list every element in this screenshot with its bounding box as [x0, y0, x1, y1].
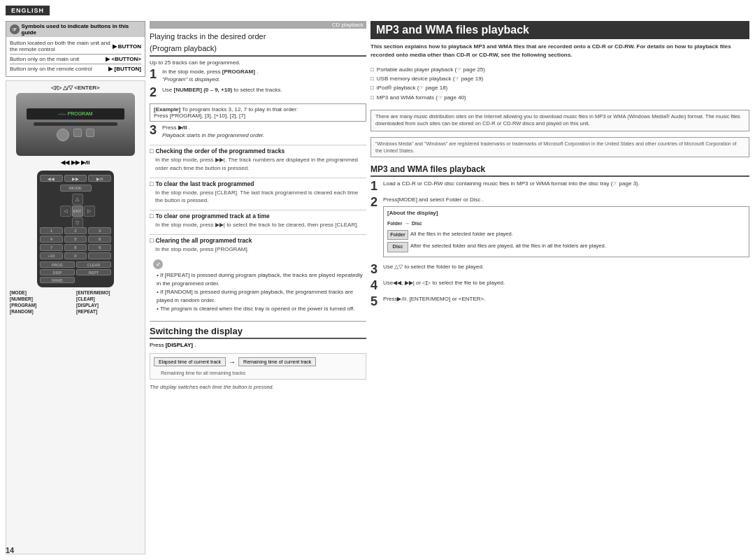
- mp3-bullet-4: MP3 and WMA formats (☞ page 40): [371, 94, 749, 101]
- remote-num-plus10[interactable]: +10: [40, 252, 63, 259]
- english-banner: ENGLISH: [6, 6, 50, 15]
- symbol-row-3: Button only on the remote control ▶ [BUT…: [10, 66, 141, 72]
- section-title-program: Playing tracks in the desired order (Pro…: [150, 30, 366, 57]
- button-stop[interactable]: [86, 129, 94, 137]
- main-unit: --:-- PROGRAM: [16, 93, 135, 156]
- remote-dpad: △ ◁ ENT ▷ ▽: [60, 194, 92, 225]
- transport-labels: ◀◀ ▶▶ ▶/II: [61, 159, 89, 166]
- label-number: [NUMBER]: [10, 296, 75, 301]
- note-3: • The program is cleared when the disc t…: [157, 305, 366, 313]
- remote-num-9[interactable]: 9: [88, 244, 111, 251]
- step-2: 2 Use [NUMBER] (0 – 9, +10) to select th…: [150, 86, 366, 99]
- step-1: 1 In the stop mode, press [PROGRAM] . "P…: [150, 68, 366, 83]
- remote-left-btn[interactable]: ◁: [60, 206, 71, 217]
- remote-btn-1[interactable]: ◀◀: [40, 175, 63, 182]
- remote-repeat-btn[interactable]: REPT: [76, 269, 111, 275]
- volume-knob[interactable]: [57, 129, 69, 141]
- about-display-box: [About the display] Folder → Disc Folder…: [383, 206, 749, 257]
- remote-btn-2[interactable]: ▶▶: [64, 175, 87, 182]
- device-labels-top: ◁/▷ △/▽ <ENTER>: [51, 85, 99, 91]
- mp3-step-1: 1 Load a CD-R or CD-RW disc containing m…: [371, 180, 749, 192]
- fd-folder-text: All the files in the selected folder are…: [410, 230, 513, 238]
- cd-playback-header: CD playback: [150, 21, 366, 29]
- remote-num-7[interactable]: 7: [40, 244, 63, 251]
- step-1-period: .: [257, 69, 258, 75]
- mp3-step-2-num: 2: [371, 196, 380, 208]
- sym-value-1: ▶ BUTTON: [113, 43, 141, 50]
- mp3-bullet-2: USB memory device playback (☞ page 19): [371, 75, 749, 82]
- step-2-text2: to select the tracks.: [234, 87, 282, 93]
- step-3-period: .: [189, 124, 190, 131]
- mp3-step-1-num: 1: [371, 180, 380, 192]
- remote-num-5[interactable]: 5: [64, 236, 87, 243]
- about-display-title: [About the display]: [387, 209, 745, 217]
- remote-num-4[interactable]: 4: [40, 236, 63, 243]
- remote-up-btn[interactable]: △: [72, 194, 83, 205]
- label-clear: [CLEAR]: [76, 296, 141, 301]
- symbol-row-2: Button only on the main unit ▶ <BUTTON>: [10, 56, 141, 62]
- mp3-step-4-content: Use◀◀, ▶▶| or ◁▷ to select the file to b…: [383, 279, 749, 287]
- step-3-key: ▶/II: [178, 124, 187, 131]
- note-icon: ✓: [153, 259, 163, 269]
- button-play[interactable]: [73, 129, 82, 137]
- diag-arrow-right: →: [229, 358, 236, 366]
- step-1-text: In the stop mode, press: [162, 69, 221, 75]
- example-label: [Example]: [154, 106, 180, 113]
- middle-column: CD playback Playing tracks in the desire…: [150, 21, 366, 554]
- remote-top-buttons: ◀◀ ▶▶ ▶/II: [40, 175, 111, 182]
- remote-btn-3[interactable]: ▶/II: [88, 175, 111, 182]
- diag-label-2: Remaining time of current track: [238, 357, 316, 366]
- label-mode: [MODE]: [10, 290, 75, 295]
- subsection-clear-all-body: In the stop mode, press [PROGRAM].: [150, 245, 366, 253]
- label-program: [PROGRAM]: [10, 303, 75, 308]
- remote-num-0[interactable]: 0: [64, 252, 87, 259]
- label-display: [DISPLAY]: [76, 303, 141, 308]
- remote-enter-btn[interactable]: ENT: [72, 206, 83, 217]
- mp3-step-4-num: 4: [371, 279, 380, 292]
- remote-right-btn[interactable]: ▷: [84, 206, 95, 217]
- program-intro: Up to 25 tracks can be programmed.: [150, 59, 366, 66]
- subsection-checking: Checking the order of the programmed tra…: [150, 145, 366, 171]
- step-3: 3 Press ▶/II . Playback starts in the pr…: [150, 124, 366, 139]
- sym-divider-1: [10, 54, 141, 55]
- diag-label-1: Elapsed time of current track: [154, 357, 226, 366]
- disc-slot: [34, 122, 117, 126]
- mp3-step-4: 4 Use◀◀, ▶▶| or ◁▷ to select the file to…: [371, 279, 749, 292]
- sym-label-1: Button located on both the main unit and…: [10, 40, 113, 52]
- switch-display-title: Switching the display: [150, 326, 366, 339]
- diag-label-below: Remaining time for all remaining tracks: [161, 371, 362, 375]
- remote-display-btn[interactable]: DISP: [40, 269, 75, 275]
- sym-divider-2: [10, 64, 141, 64]
- step-3-content: Press ▶/II . Playback starts in the prog…: [162, 124, 366, 139]
- remote-num-1[interactable]: 1: [40, 227, 63, 234]
- label-random: [RANDOM]: [10, 309, 75, 314]
- remote-num-3[interactable]: 3: [88, 227, 111, 234]
- mp3-step-3-content: Use △▽ to select the folder to be played…: [383, 263, 749, 271]
- remote-num-8[interactable]: 8: [64, 244, 87, 251]
- remote-num-6[interactable]: 6: [88, 236, 111, 243]
- sym-value-2: ▶ <BUTTON>: [106, 56, 141, 62]
- mp3-step-5-content: Press▶/II. [ENTER/MEMO] or <ENTER>.: [383, 295, 749, 303]
- remote-labels: [MODE] [ENTER/MEMO] [NUMBER] [CLEAR] [PR…: [10, 290, 141, 314]
- fd-disc-text: After the selected folder and files are …: [410, 242, 606, 250]
- disc-label-right: Disc: [412, 220, 422, 228]
- subsection-clear-all-title: Clearing the all programmed track: [150, 237, 366, 244]
- example-text: To program tracks 3, 12, 7 to play in th…: [182, 106, 298, 113]
- remote-num-2[interactable]: 2: [64, 227, 87, 234]
- remote-program-btn[interactable]: PROG: [40, 261, 75, 268]
- step-1-num: 1: [150, 68, 159, 80]
- device-label-controls: ◁/▷ △/▽ <ENTER>: [51, 85, 99, 91]
- mp3-step-5: 5 Press▶/II. [ENTER/MEMO] or <ENTER>.: [371, 295, 749, 308]
- remote-num-extra[interactable]: [88, 252, 111, 259]
- subsection-clear-all: Clearing the all programmed track In the…: [150, 234, 366, 253]
- notes-section: ✓ • If [REPEAT] is pressed during progra…: [150, 259, 366, 313]
- mp3-step-3-num: 3: [371, 263, 380, 275]
- fd-folder-label: Folder: [387, 230, 408, 240]
- remote-clear-btn[interactable]: CLEAR: [76, 261, 111, 268]
- remote-control: ◀◀ ▶▶ ▶/II MODE △ ◁ ENT ▷: [37, 171, 114, 287]
- mp3-bullet-3: iPod® playback (☞ page 18): [371, 84, 749, 92]
- remote-random-btn[interactable]: RAND: [40, 277, 75, 283]
- mp3-intro: This section explains how to playback MP…: [371, 43, 749, 59]
- subsection-clear-last-body: In the stop mode, press [CLEAR]. The las…: [150, 189, 366, 204]
- remote-mode-btn[interactable]: MODE: [60, 185, 92, 192]
